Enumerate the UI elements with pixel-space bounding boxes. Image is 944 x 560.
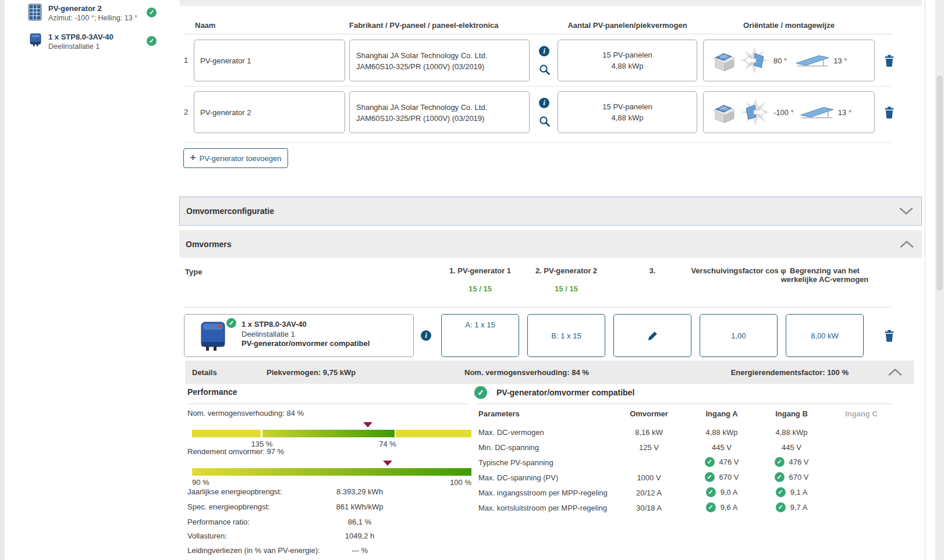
azimuth-value: -100 ° bbox=[773, 108, 794, 117]
column-header-3: 3. bbox=[603, 266, 702, 275]
assignment-input-b[interactable]: B: 1 x 15 bbox=[527, 314, 605, 357]
row-divider bbox=[184, 86, 891, 87]
ok-check-icon: ✓ bbox=[705, 472, 715, 482]
param-ingang-b: ✓ 670 V bbox=[760, 472, 824, 482]
delete-icon[interactable] bbox=[883, 106, 895, 119]
details-label: Details bbox=[192, 368, 217, 377]
table-header-divider bbox=[184, 34, 891, 34]
table-header-divider bbox=[184, 307, 891, 308]
stat-value: 8.393,29 kWh bbox=[272, 487, 447, 496]
stat-value: 1049,2 h bbox=[272, 532, 447, 540]
column-header-aantal: Aantal PV-panelen/piekvermogen bbox=[558, 21, 697, 30]
info-icon[interactable]: i bbox=[539, 46, 549, 56]
search-icon[interactable] bbox=[539, 64, 551, 76]
inverter-image bbox=[200, 320, 226, 352]
inverter-row: ✓ 1 x STP8.0-3AV-40 Deelinstallatie 1 PV… bbox=[179, 314, 923, 357]
divider bbox=[477, 404, 892, 404]
cos-phi-input[interactable]: 1,00 bbox=[700, 314, 778, 357]
gauge-label: Rendement omvormer: 97 % bbox=[187, 447, 284, 456]
generator-name-input[interactable] bbox=[194, 40, 345, 81]
add-pv-generator-button[interactable]: + PV-generator toevoegen bbox=[183, 148, 288, 168]
left-edge-strip bbox=[0, 0, 5, 560]
sidebar-item-pv-generator-2[interactable]: PV-generator 2 Azimut: -100 °; Helling: … bbox=[5, 3, 170, 30]
inverter-efficiency-gauge: 90 % 100 % bbox=[192, 461, 471, 487]
stat-label: Performance ratio: bbox=[187, 518, 250, 526]
assignment-input-3[interactable] bbox=[613, 314, 691, 357]
main-panel: Naam Fabrikant / PV-paneel / paneel-elek… bbox=[172, 0, 925, 560]
panel-count-box[interactable]: 15 PV-panelen 4,88 kWp bbox=[558, 40, 697, 81]
inverter-select-box[interactable]: ✓ 1 x STP8.0-3AV-40 Deelinstallatie 1 PV… bbox=[184, 314, 414, 357]
stat-value: 861 kWh/kWp bbox=[272, 502, 447, 511]
column-header-generator-1: 1. PV-generator 1 bbox=[431, 266, 530, 275]
panel-count: 15 PV-panelen bbox=[602, 101, 652, 112]
ok-check-icon: ✓ bbox=[776, 487, 786, 497]
panel-model: JAM60S10-325/PR (1000V) (03/2019) bbox=[356, 113, 529, 124]
param-omvormer: 20/12 A bbox=[617, 488, 681, 497]
chevron-up-icon[interactable] bbox=[900, 240, 914, 248]
omvormers-section-header[interactable]: Omvormers bbox=[179, 230, 922, 258]
param-omvormer: 1000 V bbox=[617, 473, 681, 482]
details-toggle-bar[interactable]: Details Piekvermogen: 9,75 kWp Nom. verm… bbox=[185, 361, 914, 384]
param-ingang-b: ✓ 9,1 A bbox=[760, 487, 824, 497]
sidebar-item-subtitle: Azimut: -100 °; Helling: 13 ° bbox=[48, 14, 137, 22]
chevron-down-icon[interactable] bbox=[899, 208, 913, 215]
tilt-value: 13 ° bbox=[833, 56, 847, 65]
chevron-up-icon[interactable] bbox=[888, 369, 902, 376]
assigned-count-1: 15 / 15 bbox=[431, 284, 530, 293]
stat-label: Jaarlijkse energieopbrengst: bbox=[187, 487, 282, 496]
delete-icon[interactable] bbox=[883, 329, 895, 342]
gauge-marker bbox=[383, 461, 392, 466]
info-icon[interactable]: i bbox=[421, 330, 431, 341]
scrollbar-thumb[interactable] bbox=[936, 76, 943, 291]
column-header-ac-limit: Begrenzing van het werkelijke AC-vermoge… bbox=[778, 266, 871, 284]
panel-manufacturer: Shanghai JA Solar Technology Co. Ltd. bbox=[356, 102, 529, 113]
stat-value: 86,1 % bbox=[272, 518, 447, 526]
panel-select-box[interactable]: Shanghai JA Solar Technology Co. Ltd. JA… bbox=[349, 40, 530, 81]
param-ingang-b: 445 V bbox=[760, 443, 824, 452]
delete-icon[interactable] bbox=[883, 54, 895, 67]
panel-select-box[interactable]: Shanghai JA Solar Technology Co. Ltd. JA… bbox=[349, 91, 530, 133]
assigned-count-2: 15 / 15 bbox=[517, 284, 616, 293]
vertical-scrollbar[interactable] bbox=[935, 0, 944, 560]
pv-module-icon bbox=[28, 3, 42, 23]
sidebar: PV-generator 2 Azimut: -100 °; Helling: … bbox=[5, 0, 170, 560]
energy-yield-factor-summary: Energierendementsfactor: 100 % bbox=[731, 368, 849, 377]
row-divider bbox=[184, 142, 891, 143]
power-ratio-gauge: 135 % 74 % bbox=[192, 422, 471, 449]
gauge-tick: 90 % bbox=[192, 478, 210, 487]
omvormerconfiguratie-section-header[interactable]: Omvormerconfiguratie bbox=[179, 197, 922, 226]
assignment-input-a[interactable]: A: 1 x 15 bbox=[441, 314, 519, 357]
search-icon[interactable] bbox=[539, 116, 551, 127]
stat-value: --- % bbox=[272, 546, 447, 555]
sidebar-item-inverter[interactable]: 1 x STP8.0-3AV-40 Deelinstallatie 1 ✓ bbox=[5, 32, 170, 59]
pencil-icon bbox=[647, 330, 658, 341]
param-ingang-a: 4,88 kWp bbox=[690, 428, 754, 437]
inverter-icon bbox=[29, 32, 42, 48]
panel-count-box[interactable]: 15 PV-panelen 4,88 kWp bbox=[558, 91, 697, 133]
generator-name-input[interactable] bbox=[194, 92, 345, 133]
divider bbox=[187, 404, 468, 404]
panel-manufacturer: Shanghai JA Solar Technology Co. Ltd. bbox=[356, 50, 529, 61]
power-ratio-summary: Nom. vermogensverhouding: 84 % bbox=[464, 368, 589, 377]
row-number: 2 bbox=[184, 108, 188, 116]
info-icon[interactable]: i bbox=[539, 98, 549, 108]
generator-name-field bbox=[194, 40, 345, 81]
ok-check-icon: ✓ bbox=[706, 502, 716, 512]
tilt-icon bbox=[795, 53, 830, 67]
param-ingang-a: ✓ 9,6 A bbox=[690, 502, 754, 512]
orientation-box[interactable]: 80 ° 13 ° bbox=[703, 40, 875, 81]
column-header-orientatie: Oriëntatie / montagewijze bbox=[703, 21, 875, 30]
ac-limit-input[interactable]: 8,00 kW bbox=[786, 314, 864, 357]
panel-count: 15 PV-panelen bbox=[602, 49, 652, 60]
orientation-box[interactable]: -100 ° 13 ° bbox=[703, 91, 875, 133]
add-pv-generator-label: PV-generator toevoegen bbox=[200, 154, 282, 163]
param-ingang-a: 445 V bbox=[690, 443, 754, 452]
ok-check-icon: ✓ bbox=[147, 36, 157, 46]
param-label: Min. DC-spanning bbox=[478, 443, 539, 452]
azimuth-value: 80 ° bbox=[773, 56, 787, 65]
param-ingang-b: ✓ 9,7 A bbox=[760, 502, 824, 512]
compat-header-omvormer: Omvormer bbox=[617, 409, 681, 418]
inverter-status: PV-generator/omvormer compatibel bbox=[242, 339, 370, 348]
gauge-tick: 74 % bbox=[379, 440, 396, 448]
section-title: Omvormerconfiguratie bbox=[186, 206, 274, 216]
